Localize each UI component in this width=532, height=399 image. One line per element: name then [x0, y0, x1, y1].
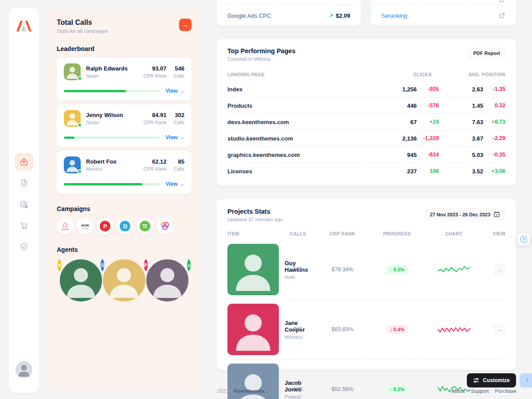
leader-name: Robert Fox — [86, 158, 144, 165]
col-item: ITEM — [227, 231, 279, 236]
sliders-icon — [473, 377, 479, 383]
leaderboard-heading: Leaderboard — [57, 45, 192, 52]
seranking-link[interactable]: Seranking — [381, 12, 407, 19]
date-range-button[interactable]: 27 Nov 2023 - 26 Dec 2023 — [425, 208, 505, 221]
leaderboard-card: Robert Fox Mexico 62.12CPR Rank 85Calls … — [57, 151, 192, 194]
card-subtitle: Updated 37 minutes ago — [227, 217, 283, 222]
card-title: Projects Stats — [227, 208, 283, 215]
aon-logo: AON — [81, 223, 89, 227]
campaigns-heading: Campaigns — [57, 205, 192, 212]
campaign-spotify[interactable] — [137, 218, 153, 235]
landing-page: devs.keenthemes.com — [227, 119, 372, 125]
agent-initial-label: A — [58, 263, 61, 268]
col-progress: PROGRESS — [372, 231, 422, 236]
col-landing-page: LANDING PAGE — [227, 72, 372, 77]
table-row[interactable]: Index 1,256-935 2.63-1.35 — [227, 81, 505, 98]
profile-avatar[interactable] — [16, 361, 32, 378]
scroll-top-button[interactable]: ↑ — [520, 373, 532, 387]
help-button[interactable]: ? — [517, 233, 530, 246]
footer-link-about[interactable]: About — [451, 388, 465, 394]
sidebar-item-orders[interactable] — [15, 217, 33, 235]
leader-name: Jenny Wilson — [86, 112, 144, 118]
total-calls-panel: Total Calls Stats for all campaigns → Le… — [48, 9, 200, 391]
projects-stats-card: Projects Stats Updated 37 minutes ago 27… — [216, 199, 516, 370]
progress-badge: ↑9.2% — [386, 265, 408, 274]
campaign-d[interactable]: D — [117, 218, 133, 235]
leader-avatar — [64, 156, 81, 173]
cpr-rank-value: 93.07 — [144, 65, 167, 72]
calls-label: Calls — [174, 73, 184, 78]
agent-avatar[interactable] — [145, 258, 189, 302]
arrow-right-icon: → — [497, 266, 502, 273]
external-link-icon[interactable] — [498, 12, 505, 19]
panel-forward-button[interactable]: → — [179, 19, 192, 31]
customize-button[interactable]: Customize — [467, 373, 516, 387]
campaign-airbnb[interactable]: airbnb — [57, 218, 74, 235]
customize-label: Customize — [483, 377, 510, 383]
person-country: Poland — [285, 394, 301, 399]
footer-brand[interactable]: Keenthemes — [234, 388, 264, 394]
pdf-report-button[interactable]: PDF Report — [468, 47, 506, 59]
landing-page: studio.keenthemes.com — [227, 135, 372, 142]
cart-icon — [20, 221, 28, 230]
sidebar-item-performance[interactable] — [15, 196, 33, 213]
footer-links: About Support Purchase — [452, 388, 516, 394]
question-badge-icon: ? — [520, 235, 528, 243]
progress-bar — [64, 183, 160, 185]
table-row[interactable]: graphics.keenthemes.com 945-634 5.03-0.3… — [227, 147, 505, 163]
crp-rank-cell: $78.34% — [317, 266, 368, 273]
footer-link-support[interactable]: Support — [471, 388, 489, 394]
sidebar-item-files[interactable] — [15, 174, 33, 192]
card-subtitle: Counted in Millions — [227, 56, 296, 62]
row-view-button[interactable]: → — [493, 263, 505, 276]
top-performing-pages-card: Top Performing Pages Counted in Millions… — [216, 38, 516, 186]
projects-table: ITEM CALLS CRP RANK PROGRESS CHART VIEW … — [217, 222, 516, 399]
table-row[interactable]: devs.keenthemes.com 67+24 7.63+8.73 — [227, 114, 505, 130]
panel-subtitle: Stats for all campaigns — [57, 28, 108, 34]
agents-heading: Agents — [57, 246, 192, 253]
table-row[interactable]: Products 446-576 1.450.32 — [227, 98, 505, 114]
row-avatar — [227, 244, 279, 295]
performance-icon — [20, 200, 28, 209]
sidebar-item-home[interactable] — [15, 153, 33, 171]
landing-page: Licenses — [227, 168, 372, 175]
calls-label: Calls — [174, 166, 184, 172]
panel-title: Total Calls — [57, 19, 108, 27]
sparkline-chart — [426, 324, 481, 335]
agents-more-count[interactable]: +10 — [186, 258, 192, 272]
cpr-rank-value: 84.91 — [144, 112, 167, 118]
row-avatar — [227, 304, 279, 355]
leader-country: Spain — [86, 73, 144, 78]
sidebar-item-security[interactable] — [15, 238, 33, 256]
col-avg-position: AVG. POSITION — [439, 72, 505, 77]
campaign-aon[interactable]: AON — [77, 218, 94, 235]
person-country: Monaco — [285, 334, 305, 340]
table-row[interactable]: Licenses 237106 3.52+3.06 — [227, 163, 505, 180]
table-row[interactable]: studio.keenthemes.com 2,136-1,229 3.67-2… — [227, 130, 505, 147]
online-status-dot — [78, 123, 82, 127]
footer-link-purchase[interactable]: Purchase — [495, 388, 516, 394]
cpr-rank-label: CPR Rank — [144, 73, 167, 78]
d-bubble-logo: D — [119, 220, 131, 232]
home-icon — [20, 157, 28, 166]
campaign-p[interactable]: P — [97, 218, 113, 235]
row-avatar — [227, 364, 279, 399]
airbnb-logo — [62, 222, 68, 227]
table-row[interactable]: Jane CooperMonaco 725 $63.83% ↓0.4% → — [227, 300, 505, 360]
leader-country: Spain — [86, 120, 144, 125]
view-link[interactable]: View → — [166, 88, 184, 94]
svg-text:P: P — [103, 223, 107, 230]
sidebar-nav — [9, 153, 39, 256]
agent-avatar[interactable] — [102, 258, 146, 302]
view-link[interactable]: View → — [166, 181, 184, 187]
row-view-button[interactable]: → — [493, 323, 505, 336]
leader-name: Ralph Edwards — [86, 65, 144, 72]
external-link-icon — [498, 0, 505, 3]
landing-page: graphics.keenthemes.com — [227, 152, 372, 158]
view-link[interactable]: View → — [166, 134, 184, 141]
table-row[interactable]: Guy HawkinsHaiti 245 $78.34% ↑9.2% → — [227, 240, 505, 300]
campaign-rings[interactable] — [156, 218, 173, 235]
spotify-logo — [139, 220, 151, 232]
agent-avatar[interactable] — [59, 258, 103, 302]
leaderboard-card: Jenny Wilson Spain 84.91CPR Rank 302Call… — [57, 104, 192, 147]
